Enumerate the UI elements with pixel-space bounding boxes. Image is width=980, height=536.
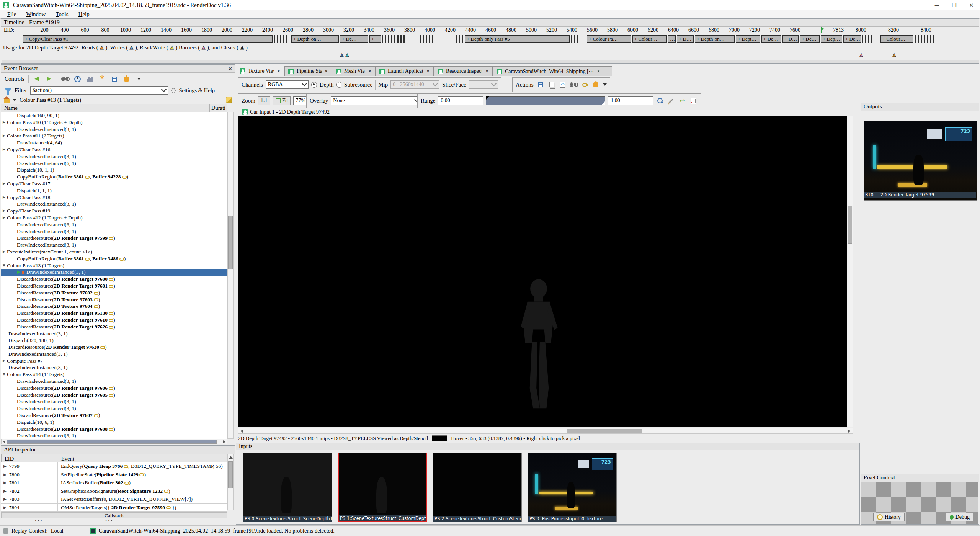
canvas-hscrollbar[interactable] [238, 428, 853, 434]
event-tree-row[interactable]: DiscardResource(2D Render Target 97606) [1, 385, 227, 392]
tree-caret-icon[interactable]: ▼ [1, 371, 7, 378]
tree-caret-icon[interactable]: ▶ [1, 146, 7, 153]
timing-clock-icon[interactable] [74, 75, 82, 83]
event-tree-row[interactable]: ▼Colour Pass #14 (1 Targets) [1, 371, 227, 378]
event-tree-row[interactable]: ▼Colour Pass #13 (1 Targets) [1, 262, 227, 269]
tree-caret-icon[interactable]: ▶ [1, 358, 7, 364]
history-button[interactable]: History [873, 513, 905, 521]
range-max-input[interactable]: 1.00 [608, 96, 653, 105]
range-slider[interactable] [486, 96, 605, 105]
histogram-icon[interactable] [689, 97, 697, 105]
tab-close-icon[interactable]: ✕ [324, 69, 328, 74]
tree-caret-icon[interactable]: ▼ [1, 262, 7, 269]
timeline-pass-block[interactable]: + Copy/Clear Pass #1 [23, 35, 273, 43]
settings-help-link[interactable]: Settings & Help [179, 87, 215, 94]
stats-icon[interactable] [86, 75, 94, 83]
tab-texture-viewer[interactable]: Texture Viewer✕ [236, 66, 284, 76]
timeline-pass-block[interactable]: + De… [843, 35, 861, 43]
timeline-pass-block[interactable]: + De… [340, 35, 368, 43]
callstack-grips[interactable]: • • • • • • [1, 518, 227, 524]
event-tree-row[interactable]: DiscardResource(2D Render Target 97601) [1, 283, 227, 289]
goto-find-icon[interactable] [570, 81, 578, 88]
event-tree-row[interactable]: DrawIndexedInstanced(3, 1) [1, 364, 227, 371]
bookmark-asterisk-icon[interactable]: * [98, 75, 106, 83]
event-browser-header[interactable]: Event Browser ✕ [1, 65, 235, 73]
tree-caret-icon[interactable]: ▶ [3, 479, 7, 487]
tab-caravansandwitch-win64-shipp[interactable]: CaravanSandWitch_Win64_Shipping [⋯✕ [493, 66, 612, 76]
controls-dropdown-icon[interactable] [135, 75, 143, 83]
tree-caret-icon[interactable]: ▶ [1, 119, 7, 126]
timeline-pass-block[interactable]: + [369, 35, 381, 43]
timeline-pass-block[interactable]: + Dept… [736, 35, 760, 43]
usage-marker-icon[interactable]: ▲ [339, 52, 345, 58]
event-tree-row[interactable]: ▶Copy/Clear Pass #19 [1, 208, 227, 214]
current-texture-tab[interactable]: Cur Input 1 - 2D Depth Target 97492 [238, 108, 333, 116]
extensions-puzzle-icon[interactable] [592, 81, 600, 88]
event-tree-row[interactable]: DiscardResource(3D Texture 97602) [1, 289, 227, 296]
menu-tools[interactable]: Tools [51, 11, 73, 18]
tab-launch-application[interactable]: Launch Application✕ [376, 66, 434, 76]
event-tree-row[interactable]: DrawInstanced(4, 64) [1, 139, 227, 146]
edit-bookmarks-pencil-icon[interactable] [226, 97, 232, 103]
save-events-icon[interactable] [110, 75, 119, 83]
reset-range-undo-icon[interactable]: ↩ [678, 97, 686, 105]
event-tree-row[interactable]: DiscardResource(2D Render Target 97610) [1, 317, 227, 324]
range-black-point-handle[interactable] [486, 96, 489, 100]
timeline-header[interactable]: Timeline - Frame #1919 [1, 19, 979, 27]
event-tree-row[interactable]: ▶Copy/Clear Pass #16 [1, 146, 227, 153]
input-thumbnail[interactable]: PS 0:SceneTexturesStruct_SceneDepthTextu… [243, 453, 332, 522]
column-duration[interactable]: Durati [210, 104, 225, 112]
timeline-scrollbar-track[interactable] [2, 60, 979, 63]
input-thumbnail[interactable]: PS 2:SceneTexturesStruct_CustomStencilTe… [433, 453, 522, 522]
tree-caret-icon[interactable]: ▶ [3, 462, 7, 471]
maximize-button[interactable]: ❐ [946, 0, 963, 10]
event-tree-row[interactable]: DiscardResource(2D Texture 97607) [1, 412, 227, 419]
event-tree-row[interactable]: Dispatch(160, 90, 1) [1, 112, 227, 119]
event-tree-row[interactable]: Dispatch(320, 180, 1) [1, 337, 227, 344]
debug-button[interactable]: Debug [946, 513, 973, 521]
timeline-pass-block[interactable]: + De… [761, 35, 781, 43]
event-browser-vscrollbar[interactable] [227, 112, 234, 439]
usage-marker-icon[interactable]: ▲ [345, 52, 350, 58]
event-tree-row[interactable]: DrawIndexedInstanced(3, 1) [1, 242, 227, 248]
event-tree-row[interactable]: CopyBufferRegion(Buffer 3861, Buffer 942… [1, 173, 227, 180]
tree-caret-icon[interactable]: ▶ [1, 132, 7, 139]
slice-face-select[interactable] [469, 80, 498, 89]
api-call-row[interactable]: ▶7804OMSetRenderTargets({ 2D Render Targ… [1, 504, 227, 512]
event-tree-row[interactable]: DrawIndexedInstanced(3, 1) [1, 201, 227, 208]
texture-display-canvas[interactable] [238, 116, 853, 427]
menu-window[interactable]: Window [21, 11, 51, 18]
output-thumbnail[interactable]: 723 [864, 121, 977, 201]
range-white-point-handle[interactable] [601, 101, 605, 105]
api-call-row[interactable]: ▶7801IASetIndexBuffer(Buffer 302) [1, 479, 227, 487]
event-tree-row[interactable]: Dispatch(10, 6, 1) [1, 419, 227, 426]
event-tree-row[interactable]: DiscardResource(2D Render Target 97608) [1, 426, 227, 433]
event-tree-row[interactable]: DiscardResource(2D Render Target 97626) [1, 324, 227, 330]
api-call-row[interactable]: ▶7800SetPipelineState(Pipeline State 142… [1, 471, 227, 479]
filter-settings-gear-icon[interactable] [171, 88, 176, 93]
event-tree-row[interactable]: CopyBufferRegion(Buffer 3861, Buffer 348… [1, 255, 227, 262]
event-tree-row[interactable]: ▶Colour Pass #10 (1 Targets + Depth) [1, 119, 227, 126]
callstack-section-header[interactable]: Callstack [1, 512, 227, 518]
tree-caret-icon[interactable]: ▶ [1, 180, 7, 187]
usage-marker-icon[interactable]: ▲ [892, 52, 897, 58]
menu-help[interactable]: Help [74, 11, 95, 18]
depth-radio[interactable] [311, 82, 317, 88]
minimize-button[interactable]: — [928, 0, 946, 10]
timeline-pass-block[interactable]: + De… [800, 35, 820, 43]
timeline-pass-block[interactable]: + Colour Pa… [587, 35, 631, 43]
api-inspector-header[interactable]: API Inspector [1, 446, 235, 454]
event-tree-row[interactable]: ▶ExecuteIndirect(maxCount 1, count <1>) [1, 248, 227, 255]
event-tree[interactable]: Dispatch(160, 90, 1)▶Colour Pass #10 (1 … [1, 112, 227, 439]
pick-range-pipette-icon[interactable] [667, 97, 675, 105]
event-tree-row[interactable]: ▶Colour Pass #11 (2 Targets) [1, 132, 227, 139]
event-tree-row[interactable]: DrawIndexedInstanced(3, 1) [1, 269, 227, 276]
event-tree-row[interactable]: DiscardResource(2D Texture 97603) [1, 296, 227, 303]
event-tree-row[interactable]: ▶Copy/Clear Pass #17 [1, 180, 227, 187]
event-tree-row[interactable]: DiscardResource(2D Render Target 97630) [1, 344, 227, 351]
save-texture-icon[interactable] [536, 81, 545, 88]
chevron-down-icon[interactable] [161, 87, 166, 92]
autofit-magnifier-icon[interactable] [656, 97, 664, 105]
event-tree-row[interactable]: DrawIndexedInstanced(6, 1) [1, 221, 227, 228]
tree-caret-icon[interactable]: ▶ [3, 471, 7, 479]
